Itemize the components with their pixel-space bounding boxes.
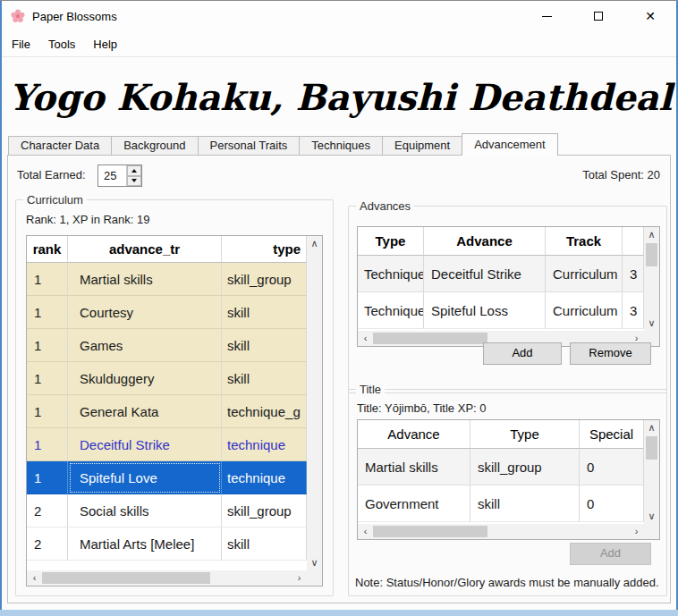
table-cell[interactable]: skill [222,362,307,395]
table-cell[interactable]: Skulduggery [68,362,222,395]
table-cell[interactable]: 3 [623,256,644,292]
table-cell[interactable]: 2 [27,494,68,527]
column-header[interactable]: advance_tr [68,236,222,263]
table-cell[interactable]: 1 [27,329,68,362]
scroll-down-icon[interactable]: ∨ [644,316,659,331]
maximize-button[interactable] [572,1,624,31]
total-earned-spinbox[interactable]: 25 [97,165,142,187]
table-cell[interactable]: Deceitful Strike [68,428,222,461]
table-row[interactable]: 1Martial skillsskill_group [27,263,307,296]
title-add-button[interactable]: Add [570,543,651,565]
table-row[interactable]: Martial skillsskill_group0 [358,449,644,485]
table-row[interactable]: 1Deceitful Striketechnique [27,428,307,461]
scroll-right-icon[interactable]: › [292,570,307,586]
table-row[interactable]: 1General Katatechnique_g [27,395,307,428]
table-row[interactable]: 1Gamesskill [27,329,307,362]
table-row[interactable]: 1Spiteful Lovetechnique [27,461,307,494]
table-cell[interactable]: Technique [358,256,424,292]
table-cell[interactable]: Courtesy [68,296,222,329]
scrollbar-thumb[interactable] [646,243,657,266]
scroll-right-icon[interactable]: › [629,524,644,539]
column-header[interactable]: Track [546,227,623,256]
table-cell[interactable]: Martial skills [68,263,222,296]
table-cell[interactable]: Technique [358,292,424,329]
table-cell[interactable]: 1 [27,263,68,296]
table-cell[interactable]: 1 [27,362,68,395]
advances-remove-button[interactable]: Remove [570,342,651,365]
table-cell[interactable]: Martial skills [358,449,470,485]
spin-up-button[interactable] [127,165,141,176]
scroll-up-icon[interactable]: ∧ [644,227,659,242]
table-cell[interactable]: technique [222,428,307,461]
table-row[interactable]: Governmentskill0 [358,485,644,522]
horizontal-scrollbar[interactable]: ‹› [358,524,644,539]
menu-help[interactable]: Help [85,34,125,55]
table-cell[interactable]: 0 [580,485,644,522]
table-cell[interactable]: skill_group [222,494,307,527]
table-row[interactable]: TechniqueDeceitful StrikeCurriculum3 [358,256,644,292]
table-cell[interactable]: Games [68,329,222,362]
minimize-button[interactable] [521,1,572,31]
table-cell[interactable]: Social skills [68,494,222,527]
close-button[interactable]: ✕ [624,1,676,31]
table-row[interactable]: 2Martial Arts [Melee]skill [27,527,307,561]
menu-file[interactable]: File [4,34,38,55]
scroll-up-icon[interactable]: ∧ [307,236,322,251]
scroll-up-icon[interactable]: ∧ [644,420,659,435]
table-cell[interactable]: General Kata [68,395,222,428]
tab-equipment[interactable]: Equipment [382,136,462,156]
column-header[interactable]: Advance [424,227,546,256]
column-header[interactable]: Type [358,227,424,256]
tab-character-data[interactable]: Character Data [8,136,112,156]
horizontal-scrollbar[interactable]: ‹› [27,570,307,586]
table-cell[interactable]: 1 [27,296,68,329]
table-cell[interactable]: Spiteful Love [68,461,222,494]
scrollbar-thumb[interactable] [373,333,487,344]
table-cell[interactable]: skill_group [222,263,307,296]
table-cell[interactable]: 3 [623,292,644,329]
tab-techniques[interactable]: Techniques [299,136,383,156]
column-header[interactable]: rank [27,236,68,263]
table-cell[interactable]: skill [222,527,307,561]
table-cell[interactable]: skill [470,485,580,522]
column-header[interactable]: Type [470,420,580,449]
table-cell[interactable]: skill_group [470,449,580,485]
scroll-down-icon[interactable]: ∨ [644,509,659,524]
tab-personal-traits[interactable]: Personal Traits [198,136,301,156]
spin-down-button[interactable] [127,176,141,187]
column-header[interactable] [623,227,644,256]
menu-tools[interactable]: Tools [40,34,83,55]
table-cell[interactable]: 0 [580,449,644,485]
scroll-down-icon[interactable]: ∨ [307,555,322,570]
vertical-scrollbar[interactable]: ∧∨ [644,420,659,524]
table-cell[interactable]: Spiteful Loss [424,292,546,329]
column-header[interactable]: Special [580,420,644,449]
table-cell[interactable]: 1 [27,395,68,428]
table-row[interactable]: 2Social skillsskill_group [27,494,307,527]
column-header[interactable]: Advance [358,420,470,449]
tab-advancement[interactable]: Advancement [462,133,558,156]
scrollbar-thumb[interactable] [373,526,487,537]
table-cell[interactable]: skill [222,296,307,329]
scrollbar-thumb[interactable] [42,572,210,584]
table-row[interactable]: 1Skulduggeryskill [27,362,307,395]
table-cell[interactable]: 2 [27,527,68,561]
table-cell[interactable]: technique_g [222,395,307,428]
scroll-left-icon[interactable]: ‹ [358,524,373,539]
scroll-left-icon[interactable]: ‹ [27,570,42,586]
table-row[interactable]: 1Courtesyskill [27,296,307,329]
table-cell[interactable]: Curriculum [546,292,623,329]
table-cell[interactable]: 1 [27,461,68,494]
table-cell[interactable]: Deceitful Strike [424,256,546,292]
table-cell[interactable]: technique [222,461,307,494]
table-cell[interactable]: Government [358,485,470,522]
vertical-scrollbar[interactable]: ∧∨ [307,236,322,570]
table-cell[interactable]: Curriculum [546,256,623,292]
tab-background[interactable]: Background [111,136,198,156]
table-row[interactable]: TechniqueSpiteful LossCurriculum3 [358,292,644,329]
vertical-scrollbar[interactable]: ∧∨ [644,227,659,331]
table-cell[interactable]: skill [222,329,307,362]
scrollbar-thumb[interactable] [646,436,657,460]
scroll-left-icon[interactable]: ‹ [358,331,373,346]
column-header[interactable]: type [222,236,307,263]
